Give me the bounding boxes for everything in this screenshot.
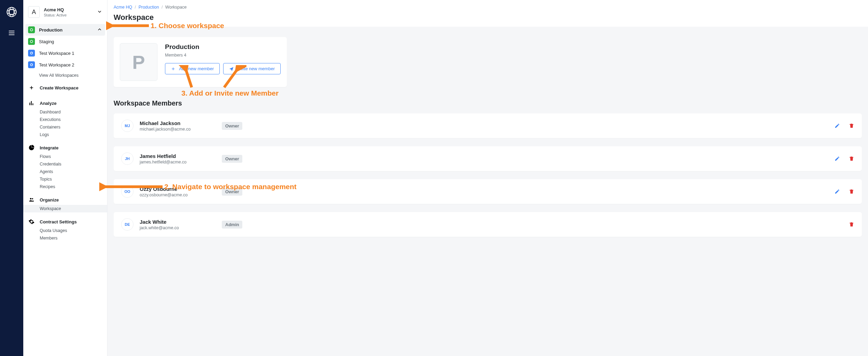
member-row: MJ Michael Jackson michael.jackson@acme.… [114, 113, 862, 138]
nav-heading-integrate[interactable]: Integrate [23, 140, 107, 153]
nav-heading-organize[interactable]: Organize [23, 193, 107, 205]
svg-point-8 [30, 40, 33, 43]
svg-point-3 [9, 7, 14, 16]
workspace-item-test2[interactable]: Test Workspace 2 [23, 59, 107, 71]
member-name: James Hetfield [140, 153, 222, 159]
breadcrumb-current: Workspace [165, 5, 187, 10]
workspace-title: Production [165, 43, 281, 51]
svg-rect-13 [29, 103, 30, 106]
member-name: Ozzy Osbourne [140, 186, 222, 192]
member-role-badge: Owner [222, 188, 242, 196]
gear-icon [28, 219, 35, 225]
member-avatar: OO [121, 185, 133, 198]
nav-item-executions[interactable]: Executions [23, 116, 107, 123]
workspace-label: Production [39, 27, 93, 33]
plus-icon [171, 66, 176, 71]
members-section-title: Workspace Members [114, 99, 862, 107]
workspace-item-production[interactable]: Production [25, 24, 105, 36]
pie-chart-icon [28, 145, 35, 151]
member-avatar: JH [121, 152, 133, 165]
edit-member-button[interactable] [834, 123, 840, 128]
workspace-member-count: Members 4 [165, 53, 281, 58]
member-avatar: MJ [121, 120, 133, 132]
org-name: Acme HQ [44, 7, 93, 12]
svg-point-2 [7, 10, 16, 14]
nav-item-recipes[interactable]: Recipes [23, 183, 107, 191]
member-email: ozzy.osbourne@acme.co [140, 193, 222, 197]
nav-heading-analyze[interactable]: Analyze [23, 96, 107, 108]
member-role-badge: Owner [222, 155, 242, 163]
workspace-avatar: P [120, 43, 157, 81]
nav-item-logs[interactable]: Logs [23, 131, 107, 138]
org-avatar: A [28, 6, 40, 18]
member-email: james.hetfield@acme.co [140, 160, 222, 164]
delete-member-button[interactable] [849, 189, 854, 194]
org-switcher[interactable]: A Acme HQ Status: Active [23, 3, 107, 21]
workspace-item-test1[interactable]: Test Workspace 1 [23, 47, 107, 59]
member-name: Jack White [140, 219, 222, 225]
breadcrumb: Acme HQ / Production / Workspace [107, 0, 868, 12]
svg-point-1 [7, 7, 16, 16]
sidebar: A Acme HQ Status: Active Production Stag… [23, 0, 107, 356]
people-icon [28, 197, 35, 203]
view-all-workspaces-link[interactable]: View All Workspaces [23, 71, 107, 80]
nav-heading-contract[interactable]: Contract Settings [23, 214, 107, 227]
breadcrumb-org[interactable]: Acme HQ [114, 5, 132, 10]
app-rail [0, 0, 23, 356]
workspace-icon [28, 38, 35, 45]
chevron-up-icon [97, 27, 102, 33]
delete-member-button[interactable] [849, 123, 854, 128]
svg-point-17 [32, 198, 33, 199]
svg-point-7 [30, 29, 33, 31]
bar-chart-icon [28, 100, 35, 106]
nav-item-members[interactable]: Members [23, 234, 107, 242]
nav-item-containers[interactable]: Containers [23, 123, 107, 131]
nav-item-agents[interactable]: Agents [23, 168, 107, 175]
nav-item-quota[interactable]: Quota Usages [23, 227, 107, 234]
member-row: DE Jack White jack.white@acme.co Admin [114, 212, 862, 237]
nav-item-credentials[interactable]: Credentials [23, 160, 107, 168]
nav-item-dashboard[interactable]: Dashboard [23, 108, 107, 116]
page-title: Workspace [107, 12, 868, 27]
send-icon [229, 66, 234, 71]
nav-item-topics[interactable]: Topics [23, 175, 107, 183]
nav-item-flows[interactable]: Flows [23, 153, 107, 160]
hamburger-menu-icon[interactable] [8, 29, 15, 38]
workspace-icon [28, 26, 35, 33]
member-row: OO Ozzy Osbourne ozzy.osbourne@acme.co O… [114, 179, 862, 204]
member-email: jack.white@acme.co [140, 225, 222, 230]
nav-item-workspace[interactable]: Workspace [23, 205, 107, 212]
workspace-icon [28, 50, 35, 57]
workspace-label: Test Workspace 2 [39, 62, 102, 67]
member-avatar: DE [121, 218, 133, 231]
create-workspace-button[interactable]: Create Workspace [23, 80, 107, 94]
member-row: JH James Hetfield james.hetfield@acme.co… [114, 146, 862, 171]
workspace-icon [28, 61, 35, 68]
chevron-down-icon [97, 9, 102, 15]
plus-icon [28, 85, 35, 90]
member-name: Michael Jackson [140, 120, 222, 126]
workspace-item-staging[interactable]: Staging [23, 36, 107, 47]
workspace-card: P Production Members 4 Add new member In… [114, 37, 287, 87]
delete-member-button[interactable] [849, 222, 854, 227]
breadcrumb-workspace[interactable]: Production [139, 5, 159, 10]
add-member-button[interactable]: Add new member [165, 63, 220, 74]
create-workspace-label: Create Workspace [40, 85, 78, 90]
member-role-badge: Owner [222, 122, 242, 130]
org-status: Status: Active [44, 13, 93, 17]
app-logo-icon[interactable] [6, 6, 17, 19]
main-content: Acme HQ / Production / Workspace Workspa… [107, 0, 868, 356]
svg-point-16 [30, 198, 32, 200]
member-role-badge: Admin [222, 221, 242, 229]
member-email: michael.jackson@acme.co [140, 127, 222, 132]
workspace-label: Test Workspace 1 [39, 51, 102, 56]
edit-member-button[interactable] [834, 156, 840, 161]
svg-rect-14 [31, 101, 32, 105]
invite-member-button[interactable]: Invite new member [223, 63, 281, 74]
workspace-label: Staging [39, 39, 102, 44]
edit-member-button[interactable] [834, 189, 840, 194]
delete-member-button[interactable] [849, 156, 854, 161]
svg-rect-15 [33, 103, 33, 105]
